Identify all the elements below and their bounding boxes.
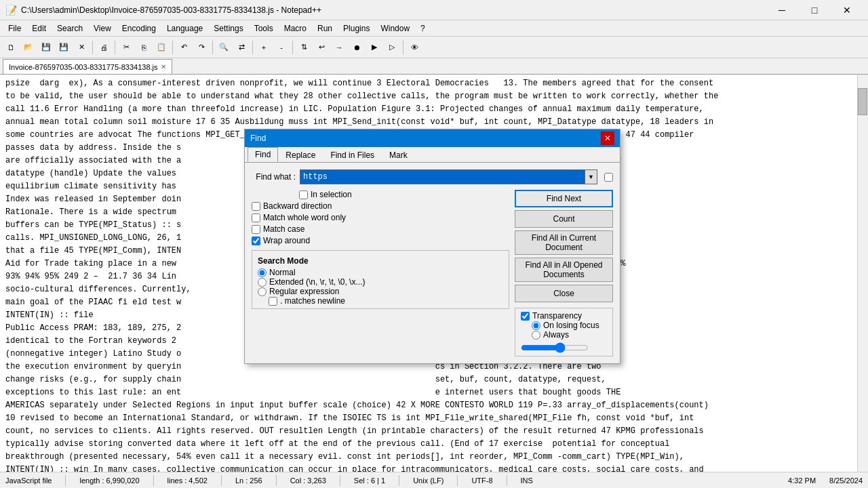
in-selection-label: In selection (311, 190, 352, 199)
status-ln: Ln : 256 (235, 476, 262, 485)
menu-tools[interactable]: Tools (249, 20, 279, 37)
status-bar: JavaScript file length : 6,990,020 lines… (0, 472, 868, 488)
sync-scroll-button[interactable]: ⇅ (296, 39, 312, 56)
status-ins: INS (521, 476, 533, 485)
maximize-button[interactable]: □ (799, 0, 830, 20)
new-button[interactable]: 🗋 (3, 39, 19, 56)
window-title: C:\Users\admin\Desktop\Invoice-876597035… (21, 5, 321, 15)
regex-radio-row: Regular expression (258, 287, 503, 296)
status-col: Col : 3,263 (290, 476, 326, 485)
close-button[interactable]: ✕ (831, 0, 863, 20)
extended-radio-row: Extended (\n, \r, \t, \0, \x...) (258, 277, 503, 287)
undo-button[interactable]: ↶ (176, 39, 192, 56)
match-whole-word-checkbox[interactable] (252, 214, 260, 222)
close-dialog-button[interactable]: Close (515, 285, 613, 302)
wrap-button[interactable]: ↩ (313, 39, 330, 56)
search-mode-label: Search Mode (258, 256, 503, 266)
find-all-current-button[interactable]: Find All in Current Document (515, 230, 613, 255)
paste-button[interactable]: 📋 (153, 39, 170, 56)
status-sep-6 (399, 475, 399, 486)
zoom-in-button[interactable]: + (256, 39, 272, 56)
minimize-button[interactable]: ─ (766, 0, 797, 20)
tab-label: Invoice-876597035-003-8331775-8334138.js (9, 63, 158, 71)
match-case-checkbox[interactable] (252, 225, 260, 234)
close-button2[interactable]: ✕ (73, 39, 90, 56)
save-all-button[interactable]: 💾 (56, 39, 72, 56)
dialog-close-button[interactable]: ✕ (601, 131, 614, 145)
save-button[interactable]: 💾 (38, 39, 54, 56)
menu-run[interactable]: Run (312, 20, 338, 37)
in-selection-checkbox[interactable] (299, 190, 308, 199)
status-sep-4 (276, 475, 277, 486)
always-radio[interactable] (532, 331, 540, 340)
find-what-input[interactable] (300, 169, 585, 184)
run-button[interactable]: ▷ (384, 39, 400, 56)
menu-file[interactable]: File (3, 20, 26, 37)
menu-macro[interactable]: Macro (279, 20, 312, 37)
dialog-tab-replace[interactable]: Replace (278, 147, 323, 162)
find-dialog: Find ✕ Find Replace Find in Files Mark F… (244, 129, 620, 364)
menu-window[interactable]: Window (375, 20, 415, 37)
toolbar-separator-1 (92, 41, 93, 54)
transparency-checkbox[interactable] (521, 312, 530, 321)
vertical-scrollbar[interactable] (857, 75, 868, 472)
count-button[interactable]: Count (515, 210, 613, 228)
regex-radio[interactable] (258, 287, 267, 296)
menu-language[interactable]: Language (161, 20, 208, 37)
backward-direction-checkbox[interactable] (252, 202, 260, 211)
status-filetype: JavaScript file (5, 476, 52, 485)
search-mode-box: Search Mode Normal Extended (\n, \r, \t,… (252, 250, 509, 309)
replace-button[interactable]: ⇄ (233, 39, 250, 56)
menu-settings[interactable]: Settings (208, 20, 248, 37)
match-whole-word-label: Match whole word only (263, 213, 346, 222)
menu-view[interactable]: View (88, 20, 117, 37)
status-eol: Unix (LF) (413, 476, 443, 485)
menu-help[interactable]: ? (415, 20, 431, 37)
status-length: length : 6,990,020 (79, 476, 139, 485)
find-extra-checkbox[interactable] (604, 173, 613, 182)
menu-plugins[interactable]: Plugins (338, 20, 375, 37)
status-sep-3 (221, 475, 222, 486)
menu-search[interactable]: Search (52, 20, 88, 37)
find-what-dropdown[interactable]: ▼ (585, 169, 597, 184)
status-sep-8 (507, 475, 507, 486)
normal-radio-row: Normal (258, 268, 503, 277)
macro-record-button[interactable]: ⏺ (349, 39, 365, 56)
extended-radio[interactable] (258, 278, 267, 287)
print-button[interactable]: 🖨 (96, 39, 112, 56)
find-what-row: Find what : ▼ (252, 169, 613, 184)
macro-play-button[interactable]: ▶ (366, 39, 382, 56)
zoom-out-button[interactable]: - (273, 39, 290, 56)
menu-encoding[interactable]: Encoding (117, 20, 161, 37)
match-case-row: Match case (252, 224, 509, 234)
normal-label: Normal (269, 268, 296, 277)
open-button[interactable]: 📂 (20, 39, 37, 56)
dialog-tab-find[interactable]: Find (248, 147, 278, 162)
on-losing-focus-row: On losing focus (532, 321, 607, 330)
transparency-slider[interactable] (521, 342, 589, 353)
find-all-opened-button[interactable]: Find All in All Opened Documents (515, 258, 613, 282)
transparency-slider-container (521, 342, 607, 353)
tab-invoice[interactable]: Invoice-876597035-003-8331775-8334138.js… (3, 59, 172, 74)
find-button[interactable]: 🔍 (216, 39, 232, 56)
on-losing-focus-radio[interactable] (532, 321, 540, 330)
monitor-button[interactable]: 👁 (406, 39, 422, 56)
indent-button[interactable]: → (331, 39, 347, 56)
matches-newline-checkbox[interactable] (269, 297, 277, 306)
dialog-title-label: Find (250, 134, 266, 143)
dialog-tab-findinfiles[interactable]: Find in Files (323, 147, 382, 162)
copy-button[interactable]: ⎘ (136, 39, 152, 56)
find-next-button[interactable]: Find Next (515, 190, 613, 207)
find-input-wrapper: ▼ (300, 169, 597, 184)
scrollbar-thumb[interactable] (858, 88, 867, 115)
tab-bar: Invoice-876597035-003-8331775-8334138.js… (0, 58, 868, 75)
dialog-tab-mark[interactable]: Mark (382, 147, 415, 162)
status-sep-1 (65, 475, 66, 486)
cut-button[interactable]: ✂ (118, 39, 134, 56)
menu-bar: File Edit Search View Encoding Language … (0, 20, 868, 37)
wrap-around-checkbox[interactable] (252, 237, 260, 245)
tab-close-button[interactable]: ✕ (161, 63, 166, 70)
normal-radio[interactable] (258, 268, 267, 277)
menu-edit[interactable]: Edit (26, 20, 52, 37)
redo-button[interactable]: ↷ (193, 39, 210, 56)
